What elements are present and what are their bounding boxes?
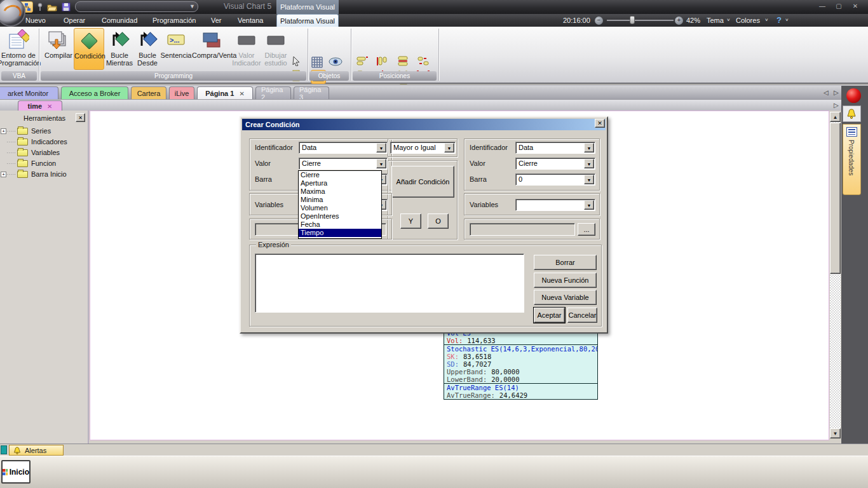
same-size-icon[interactable] (417, 56, 430, 66)
doc-tabs-scroll-right-icon[interactable]: ▷ (834, 102, 839, 109)
option-volumen[interactable]: Volumen (299, 204, 381, 212)
open-folder-icon[interactable] (46, 1, 58, 13)
colores-dropdown[interactable]: Colores (736, 14, 760, 27)
chevron-down-icon[interactable]: ▼ (376, 159, 386, 168)
doc-tab-close-icon[interactable]: ✕ (47, 103, 52, 110)
minimize-button[interactable]: — (815, 2, 829, 11)
panel-close-button[interactable]: ✕ (76, 113, 85, 122)
anadir-condicion-button[interactable]: Añadir Condición (391, 166, 454, 198)
option-maxima[interactable]: Maxima (299, 187, 381, 196)
identificador-combobox-right[interactable]: Data▼ (515, 142, 595, 154)
help-chevron-icon[interactable]: ˅ (785, 14, 789, 27)
sentencia-button[interactable]: >... Sentencia (159, 28, 193, 70)
option-minima[interactable]: Minima (299, 196, 381, 204)
zoom-slider-track[interactable] (607, 20, 674, 21)
scroll-down-icon[interactable]: ▼ (830, 428, 841, 438)
menu-ver[interactable]: Ver (203, 14, 229, 27)
menu-ventana[interactable]: Ventana (230, 14, 271, 27)
variables-combobox-right[interactable]: ▼ (515, 199, 595, 211)
tab-cartera[interactable]: Cartera (131, 86, 166, 100)
tree-item-indicadores[interactable]: Indicadores (0, 137, 89, 147)
chevron-down-icon[interactable]: ▼ (444, 143, 454, 152)
tab-ilive[interactable]: iLive (169, 86, 194, 100)
vertical-scrollbar[interactable]: ▲ ▼ (830, 112, 841, 438)
bucle-desde-button[interactable]: Bucle Desde (132, 28, 163, 70)
condicion-button[interactable]: Condición (74, 28, 104, 70)
nueva-funcion-button[interactable]: Nueva Función (534, 273, 597, 288)
tabs-scroll-right-icon[interactable]: ▷ (834, 89, 839, 96)
option-cierre[interactable]: Cierre (299, 171, 381, 179)
scrollbar-thumb[interactable] (830, 123, 841, 274)
colores-chevron-icon[interactable]: ˅ (765, 14, 768, 27)
expand-icon[interactable]: + (1, 172, 6, 177)
chevron-down-icon[interactable]: ▼ (584, 200, 594, 210)
visibility-eye-icon[interactable] (328, 57, 343, 69)
tree-item-variables[interactable]: Variables (0, 147, 89, 158)
save-icon[interactable] (60, 1, 72, 13)
o-button[interactable]: O (428, 214, 449, 229)
inicio-button[interactable]: Inicio (1, 460, 31, 484)
option-fecha[interactable]: Fecha (299, 220, 381, 229)
alerts-bell-button[interactable] (843, 105, 861, 122)
chevron-down-icon[interactable]: ▼ (584, 175, 594, 184)
pin-icon[interactable] (35, 1, 45, 13)
right-expression-field[interactable] (470, 223, 575, 236)
tabs-scroll-left-icon[interactable]: ◁ (824, 89, 829, 96)
bucle-mientras-button[interactable]: Bucle Mientras (104, 28, 135, 70)
chevron-down-icon[interactable]: ▼ (376, 143, 386, 152)
zoom-in-button[interactable]: + (675, 17, 683, 25)
align-left-icon[interactable] (376, 56, 389, 66)
zoom-out-button[interactable]: − (595, 17, 603, 25)
chevron-down-icon[interactable]: ▼ (189, 3, 195, 10)
tab-plataforma-visual[interactable]: Plataforma Visual (276, 14, 339, 27)
close-button[interactable]: ✕ (848, 2, 862, 11)
barra-combobox-right[interactable]: 0▼ (515, 173, 595, 186)
expresion-textarea[interactable] (255, 254, 524, 313)
compilar-button[interactable]: Compilar (43, 28, 74, 70)
chevron-down-icon[interactable]: ▼ (584, 159, 594, 168)
expand-icon[interactable]: + (1, 128, 6, 134)
tab-time[interactable]: time ✕ (18, 100, 62, 111)
tree-item-barra-inicio[interactable]: + Barra Inicio (0, 169, 89, 180)
entorno-programacion-button[interactable]: Entorno de Programación (0, 28, 39, 70)
option-tiempo-selected[interactable]: Tiempo (299, 229, 381, 237)
menu-comunidad[interactable]: Comunidad (94, 14, 145, 27)
valor-dropdown-list[interactable]: Cierre Apertura Maxima Minima Volumen Op… (298, 170, 382, 239)
align-top-icon[interactable] (356, 56, 369, 66)
restore-button[interactable]: ▢ (832, 2, 846, 11)
quick-search-combobox[interactable]: ▼ (75, 1, 198, 12)
propiedades-tab[interactable]: Propiedades (843, 124, 861, 195)
select-cursor-icon[interactable] (287, 56, 305, 69)
menu-operar[interactable]: Operar (56, 14, 93, 27)
compra-venta-button[interactable]: Compra/Venta (192, 28, 231, 70)
y-button[interactable]: Y (400, 214, 421, 229)
tree-item-series[interactable]: + Series (0, 126, 89, 137)
valor-combobox-right[interactable]: Cierre▼ (515, 158, 595, 170)
zoom-slider-thumb[interactable] (630, 16, 635, 24)
tab-pagina-3[interactable]: Página 3 (294, 86, 329, 100)
valor-combobox[interactable]: Cierre▼ (299, 158, 388, 170)
dialog-title-bar[interactable]: Crear Condición (242, 119, 606, 130)
identificador-combobox[interactable]: Data▼ (299, 142, 388, 154)
option-apertura[interactable]: Apertura (299, 179, 381, 187)
cancelar-button[interactable]: Cancelar (567, 308, 597, 323)
dialog-close-icon[interactable]: ✕ (595, 119, 605, 128)
tema-chevron-icon[interactable]: ˅ (727, 14, 730, 27)
chevron-down-icon[interactable]: ▼ (584, 143, 594, 152)
tab-market-monitor[interactable]: arket Monitor (0, 86, 58, 100)
scroll-up-icon[interactable]: ▲ (830, 112, 841, 122)
tab-acceso-broker[interactable]: Acceso a Broker (61, 86, 128, 100)
menu-programacion[interactable]: Programación (145, 14, 203, 27)
nueva-variable-button[interactable]: Nueva Variable (534, 290, 597, 305)
tree-item-funcion[interactable]: Funcion (0, 158, 89, 169)
operator-combobox[interactable]: Mayor o Igual▼ (390, 142, 456, 154)
help-icon[interactable]: ? (776, 14, 782, 27)
record-status-icon[interactable] (846, 88, 861, 103)
tab-pagina-1[interactable]: Página 1 ✕ (197, 86, 253, 100)
aceptar-button[interactable]: Aceptar (534, 308, 565, 323)
option-openinteres[interactable]: OpenInteres (299, 212, 381, 220)
borrar-button[interactable]: Borrar (534, 255, 597, 270)
tab-pagina-2[interactable]: Página 2 (255, 86, 291, 100)
tab-close-icon[interactable]: ✕ (239, 90, 244, 97)
tema-dropdown[interactable]: Tema (707, 14, 724, 27)
